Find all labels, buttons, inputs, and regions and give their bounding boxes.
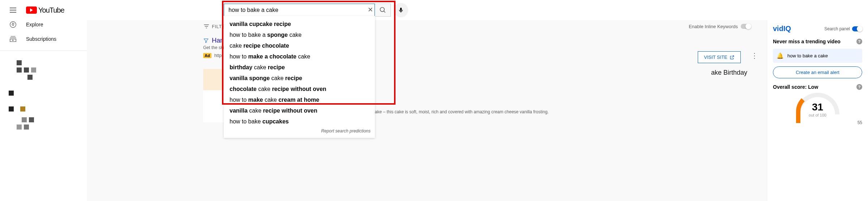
mic-icon: [398, 7, 404, 13]
svg-point-0: [380, 8, 384, 12]
search-button[interactable]: [375, 4, 391, 17]
bell-icon: 🔔: [777, 52, 784, 59]
inline-keywords-toggle[interactable]: [741, 24, 751, 29]
search-suggestion[interactable]: vanilla cupcake recipe: [224, 19, 375, 30]
explore-icon: [9, 20, 17, 29]
visit-site-button[interactable]: VISIT SITE: [698, 51, 741, 63]
external-link-icon: [730, 55, 735, 60]
more-options-button[interactable]: ⋮: [751, 51, 758, 60]
filters-icon: [203, 23, 210, 30]
search-suggestion[interactable]: vanilla sponge cake recipe: [224, 73, 375, 84]
hamburger-menu[interactable]: [6, 3, 20, 17]
voice-search-button[interactable]: [394, 3, 408, 17]
search-panel-toggle[interactable]: [852, 26, 862, 31]
search-suggestion[interactable]: how to bake cupcakes: [224, 116, 375, 127]
sidebar-item-label: Subscriptions: [26, 36, 56, 42]
channel-thumbnails: [0, 55, 87, 135]
search-icon: [379, 6, 386, 14]
help-icon[interactable]: ?: [856, 39, 862, 44]
search-suggestion[interactable]: how to make a chocolate cake: [224, 51, 375, 62]
score-gauge: 31 out of 100: [773, 93, 862, 117]
search-suggestion[interactable]: birthday cake recipe: [224, 62, 375, 73]
search-suggestions-dropdown: vanilla cupcake recipehow to bake a spon…: [224, 16, 375, 138]
inline-keywords-label: Enable Inline Keywords: [689, 24, 738, 29]
search-input[interactable]: [224, 4, 375, 17]
create-alert-button[interactable]: Create an email alert: [773, 66, 862, 78]
search-suggestion[interactable]: chocolate cake recipe without oven: [224, 84, 375, 95]
youtube-logo[interactable]: YouTube: [26, 6, 64, 14]
search-suggestion[interactable]: cake recipe chocolate: [224, 40, 375, 51]
search-suggestion[interactable]: how to make cake cream at home: [224, 95, 375, 105]
subscriptions-icon: [9, 35, 17, 43]
svg-point-2: [10, 22, 16, 28]
svg-rect-1: [400, 8, 402, 11]
trending-keyword-row[interactable]: 🔔 how to bake a cake: [773, 49, 862, 63]
help-icon[interactable]: ?: [856, 84, 862, 90]
report-predictions-link[interactable]: Report search predictions: [224, 127, 375, 135]
trending-keyword: how to bake a cake: [787, 53, 828, 58]
sidebar-item-label: Explore: [26, 22, 43, 27]
clear-search-icon[interactable]: ✕: [368, 6, 375, 13]
funnel-icon: [203, 38, 209, 44]
meter-end-value: 55: [773, 120, 862, 125]
ad-badge: Ad: [203, 53, 211, 58]
trending-title: Never miss a trending video: [773, 39, 841, 44]
sidebar-item-subscriptions[interactable]: Subscriptions: [0, 32, 87, 46]
youtube-logo-text: YouTube: [38, 6, 64, 14]
search-panel-label: Search panel: [824, 26, 850, 31]
search-suggestion[interactable]: vanilla cake recipe without oven: [224, 105, 375, 116]
youtube-play-icon: [26, 6, 37, 14]
search-suggestion[interactable]: how to bake a sponge cake: [224, 30, 375, 40]
score-title: Overall score: Low: [773, 84, 818, 90]
vidiq-logo: vidIQ: [773, 25, 791, 33]
